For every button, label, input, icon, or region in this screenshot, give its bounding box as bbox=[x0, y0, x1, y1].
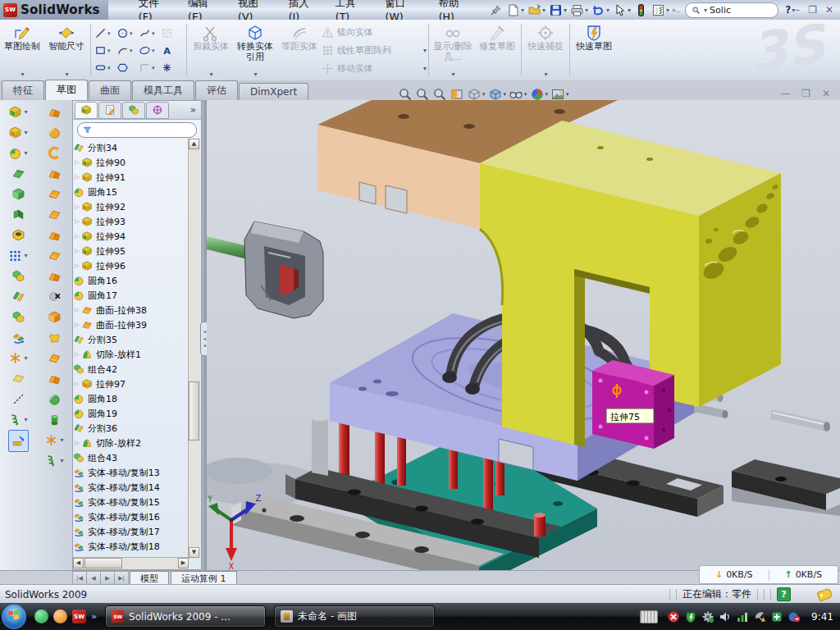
feature-tree-item[interactable]: ▷拉伸95 bbox=[73, 244, 189, 258]
expand-arrow-icon[interactable]: ▷ bbox=[73, 440, 81, 446]
expand-arrow-icon[interactable]: ▷ bbox=[73, 233, 81, 240]
toolbar-button[interactable] bbox=[8, 430, 29, 452]
cmd-button[interactable]: 剪裁实体▾ bbox=[189, 20, 233, 80]
dropdown-caret-icon[interactable]: ▾ bbox=[152, 30, 155, 37]
scroll-up-button[interactable]: ▲ bbox=[189, 139, 199, 149]
tab-featuremanager[interactable] bbox=[75, 102, 98, 119]
sketch-entity-button[interactable]: ▾ bbox=[94, 25, 116, 42]
dropdown-caret-icon[interactable]: ▾ bbox=[152, 48, 155, 54]
search-input[interactable]: Solic bbox=[710, 5, 731, 16]
dropdown-caret-icon[interactable]: ▾ bbox=[60, 457, 63, 464]
toolbar-button[interactable]: ▾ bbox=[6, 143, 30, 163]
feature-tree-item[interactable]: ▷拉伸94 bbox=[73, 229, 189, 244]
toolbar-button[interactable]: ▾ bbox=[590, 2, 611, 18]
dropdown-caret-icon[interactable]: ▾ bbox=[107, 30, 111, 37]
quick-launch-chevron[interactable]: » bbox=[91, 611, 97, 622]
dropdown-caret-icon[interactable]: ▾ bbox=[544, 71, 547, 78]
feature-tree-item[interactable]: 实体-移动/复制14 bbox=[73, 480, 189, 495]
feature-tree-item[interactable]: 圆角16 bbox=[73, 273, 189, 288]
dropdown-caret-icon[interactable]: ▾ bbox=[60, 436, 63, 444]
toolbar-button[interactable]: ▾ bbox=[547, 2, 568, 18]
dropdown-caret-icon[interactable]: ▾ bbox=[24, 252, 27, 259]
ribbon-tab[interactable]: 模具工具 bbox=[132, 80, 194, 100]
document-tab[interactable]: 运动算例 1 bbox=[171, 571, 237, 585]
dropdown-caret-icon[interactable]: ▾ bbox=[423, 65, 427, 72]
sketch-entity-button[interactable]: ▾ bbox=[94, 42, 116, 59]
toolbar-button[interactable]: ▾ bbox=[42, 430, 66, 450]
feature-tree-item[interactable]: 组合42 bbox=[73, 362, 189, 377]
dropdown-caret-icon[interactable]: ▾ bbox=[24, 129, 27, 136]
dropdown-caret-icon[interactable]: ▾ bbox=[24, 354, 27, 362]
sketch-entity-button[interactable]: ▾ bbox=[139, 42, 161, 59]
tab-propertymanager[interactable] bbox=[98, 102, 121, 119]
toolbar-button[interactable] bbox=[45, 204, 64, 225]
cmd-button[interactable]: 草图绘制▾ bbox=[0, 20, 44, 80]
quick-tips-button[interactable]: ? bbox=[777, 587, 791, 601]
media-icon[interactable] bbox=[53, 609, 67, 623]
document-tab[interactable]: 模型 bbox=[130, 571, 169, 585]
help-button[interactable]: ? bbox=[785, 4, 791, 16]
dropdown-caret-icon[interactable]: ▾ bbox=[423, 47, 427, 54]
start-button[interactable] bbox=[2, 605, 26, 629]
view-tool-button[interactable]: ▾ bbox=[509, 87, 527, 102]
expand-arrow-icon[interactable]: ▷ bbox=[73, 159, 81, 166]
search-box[interactable]: ▾ Solic bbox=[685, 2, 778, 18]
cmd-button[interactable]: 智能尺寸▾ bbox=[44, 20, 89, 80]
feature-tree-item[interactable]: ▷曲面-拉伸39 bbox=[73, 317, 189, 332]
tray-icon[interactable] bbox=[788, 610, 801, 623]
tab-nav-button[interactable]: |◀ bbox=[72, 571, 87, 585]
cmd-button[interactable]: 显示/删除几...▾ bbox=[431, 20, 475, 80]
ribbon-tab[interactable]: 特征 bbox=[2, 80, 44, 100]
close-button[interactable]: ✕ bbox=[825, 4, 833, 16]
tray-icon[interactable] bbox=[701, 610, 714, 623]
tab-nav-button[interactable]: ▶ bbox=[100, 571, 115, 585]
toolbar-overflow[interactable]: ».. bbox=[672, 7, 680, 14]
expand-arrow-icon[interactable]: ▷ bbox=[73, 248, 81, 254]
sketch-entity-button[interactable]: ▾ bbox=[139, 25, 161, 42]
sketch-entity-button[interactable] bbox=[116, 59, 139, 76]
scroll-left-button[interactable]: ◀ bbox=[73, 558, 84, 568]
tray-icon[interactable] bbox=[753, 610, 766, 623]
cmd-button[interactable]: 转换实体引用▾ bbox=[233, 20, 277, 80]
feature-tree-item[interactable]: ▷曲面-拉伸38 bbox=[73, 303, 189, 317]
dropdown-caret-icon[interactable]: ▾ bbox=[451, 71, 454, 78]
toolbar-button[interactable] bbox=[9, 286, 28, 307]
dropdown-caret-icon[interactable]: ▾ bbox=[542, 7, 546, 14]
dropdown-caret-icon[interactable]: ▾ bbox=[524, 91, 527, 98]
view-tool-button[interactable]: ▾ bbox=[467, 87, 486, 102]
toolbar-button[interactable]: ▾ bbox=[42, 450, 66, 471]
feature-tree-item[interactable]: ▷拉伸93 bbox=[73, 214, 189, 229]
toolbar-button[interactable] bbox=[9, 225, 28, 245]
tray-icon[interactable] bbox=[736, 610, 749, 623]
tray-icon[interactable] bbox=[770, 610, 783, 623]
feature-tree-item[interactable]: 圆角15 bbox=[73, 185, 189, 199]
messenger-icon[interactable] bbox=[34, 609, 48, 623]
feature-tree-item[interactable]: 圆角17 bbox=[73, 288, 189, 303]
toolbar-button[interactable]: ▾ bbox=[526, 2, 547, 18]
view-tool-button[interactable] bbox=[450, 87, 464, 102]
sketch-entity-button[interactable] bbox=[161, 25, 183, 42]
toolbar-button[interactable] bbox=[45, 327, 64, 348]
ribbon-tab[interactable]: DimXpert bbox=[239, 83, 308, 100]
feature-tree-item[interactable]: 分割35 bbox=[73, 332, 189, 347]
toolbar-button[interactable]: ▾ bbox=[6, 348, 30, 368]
expand-arrow-icon[interactable]: ▷ bbox=[73, 203, 81, 210]
toolbar-button[interactable] bbox=[45, 245, 64, 266]
scroll-thumb[interactable] bbox=[84, 558, 122, 568]
dropdown-caret-icon[interactable]: ▾ bbox=[65, 71, 68, 78]
toolbar-button[interactable]: ▾ bbox=[6, 102, 30, 122]
dropdown-caret-icon[interactable]: ▾ bbox=[504, 91, 507, 98]
graphics-viewport[interactable]: X Y Z 拉伸75 ▾▾▾▾▾ — ❐ ✕ bbox=[207, 100, 840, 570]
toolbar-button[interactable]: ▾ bbox=[6, 409, 30, 430]
keyboard-layout-icon[interactable] bbox=[640, 610, 658, 623]
expand-arrow-icon[interactable]: ▷ bbox=[73, 174, 81, 180]
toolbar-button[interactable] bbox=[45, 143, 64, 163]
toolbar-button[interactable] bbox=[9, 266, 28, 286]
tree-vertical-scrollbar[interactable]: ▲ ▼ bbox=[188, 139, 200, 558]
view-tool-button[interactable] bbox=[415, 87, 430, 102]
feature-tree-item[interactable]: ▷拉伸92 bbox=[73, 199, 189, 214]
tray-icon[interactable] bbox=[684, 610, 697, 623]
dropdown-caret-icon[interactable]: ▾ bbox=[24, 108, 27, 116]
toolbar-button[interactable] bbox=[487, 2, 504, 18]
feature-tree-item[interactable]: 实体-移动/复制13 bbox=[73, 465, 189, 480]
